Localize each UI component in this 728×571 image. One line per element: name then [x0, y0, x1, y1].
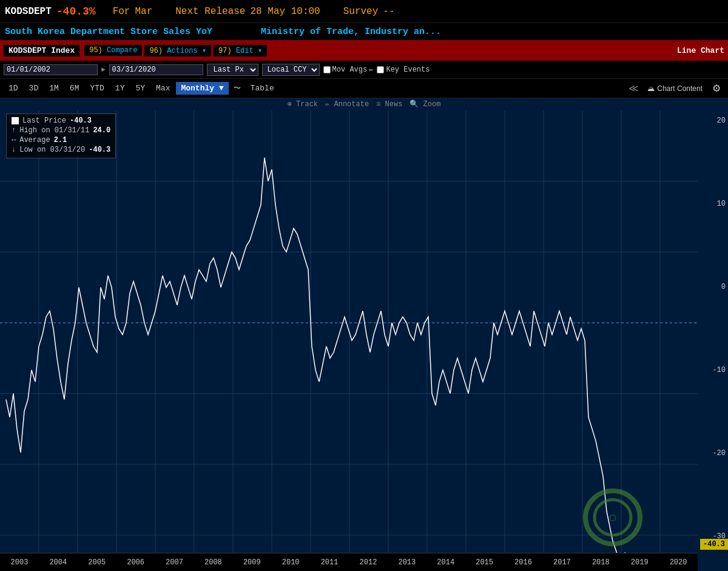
chart-svg: ◯: [0, 110, 698, 553]
legend-color-last-price: [12, 117, 19, 124]
zoom-button[interactable]: 🔍 Zoom: [410, 100, 440, 109]
x-label-2006: 2006: [116, 558, 155, 567]
x-label-2016: 2016: [504, 558, 543, 567]
key-events-label: Key Events: [386, 66, 430, 74]
ccy-select[interactable]: Local CCY: [262, 64, 320, 76]
next-release-value: 28 May 10:00: [250, 6, 320, 17]
x-label-2014: 2014: [426, 558, 465, 567]
legend-high: ↑ High on 01/31/11 24.0: [12, 126, 110, 135]
line-chart-icon[interactable]: 〜: [230, 82, 244, 95]
mov-avgs-input[interactable]: [323, 66, 331, 73]
x-label-2003: 2003: [0, 558, 39, 567]
legend-last-price-label: Last Price: [22, 117, 66, 125]
track-button[interactable]: ⊕ Track: [288, 100, 318, 109]
period-1m[interactable]: 1M: [44, 82, 64, 95]
legend-high-arrow: ↑: [12, 126, 16, 135]
period-5y[interactable]: 5Y: [130, 82, 150, 95]
survey-label: Survey: [343, 6, 379, 17]
for-label: For: [113, 6, 130, 17]
x-label-2018: 2018: [581, 558, 620, 567]
subtitle-right: Ministry of Trade, Industry an...: [261, 27, 441, 37]
y-label-20: 20: [698, 117, 728, 125]
x-label-2009: 2009: [232, 558, 271, 567]
compare-num: 95): [89, 46, 103, 55]
period-monthly[interactable]: Monthly ▼: [176, 82, 228, 95]
legend-avg-arrow: ↔: [12, 136, 16, 144]
app: KODSDEPT -40.3% For Mar Next Release 28 …: [0, 0, 728, 571]
gear-icon[interactable]: ⚙: [709, 81, 724, 95]
price-type-select[interactable]: Last Px: [207, 64, 258, 76]
x-label-2007: 2007: [155, 558, 194, 567]
legend-low: ↓ Low on 03/31/20 -40.3: [12, 146, 110, 154]
y-axis: 20 10 0 -10 -20 -30: [698, 110, 728, 553]
x-label-2012: 2012: [349, 558, 388, 567]
survey-value: --: [383, 6, 394, 17]
mountain-icon: ⛰: [647, 84, 655, 93]
next-release-label: Next Release: [175, 6, 245, 17]
period-1y[interactable]: 1Y: [110, 82, 130, 95]
subtitle-left: South Korea Department Store Sales YoY: [5, 27, 212, 37]
x-label-2008: 2008: [194, 558, 232, 567]
edit-label: Edit ▾: [236, 47, 262, 55]
news-button[interactable]: ≡ News: [376, 100, 402, 109]
index-badge: KODSDEPT Index: [4, 45, 79, 56]
x-label-2011: 2011: [310, 558, 349, 567]
start-date-input[interactable]: [4, 64, 98, 75]
header-row1: KODSDEPT -40.3% For Mar Next Release 28 …: [0, 0, 728, 23]
mov-avgs-checkbox[interactable]: Mov Avgs ✏: [323, 65, 374, 74]
toolbar-row: KODSDEPT Index 95) Compare 96) Actions ▾…: [0, 40, 728, 61]
y-label-0: 0: [698, 283, 728, 291]
chart-area: ◯ ⊕ Track ✏ Annotate ≡ News 🔍 Zoom Last …: [0, 98, 728, 571]
key-events-input[interactable]: [377, 66, 384, 73]
actions-num: 96): [149, 47, 163, 55]
x-label-2013: 2013: [388, 558, 426, 567]
edit-button[interactable]: 97) Edit ▾: [214, 45, 267, 56]
x-label-2020: 2020: [659, 558, 698, 567]
for-value: Mar: [135, 6, 152, 17]
date-arrow: ►: [101, 66, 106, 73]
legend-last-price-value: -40.3: [70, 117, 92, 125]
header-row2: South Korea Department Store Sales YoY M…: [0, 23, 728, 40]
x-label-2017: 2017: [542, 558, 581, 567]
x-label-2019: 2019: [620, 558, 659, 567]
chart-content-btn[interactable]: ⛰ Chart Content: [642, 83, 707, 94]
ticker-change: -40.3%: [56, 5, 96, 18]
period-row: 1D 3D 1M 6M YTD 1Y 5Y Max Monthly ▼ 〜 Ta…: [0, 79, 728, 98]
chart-content-label: Chart Content: [657, 84, 703, 93]
table-btn[interactable]: Table: [246, 82, 279, 95]
end-date-input[interactable]: [109, 64, 203, 75]
actions-label: Actions ▾: [167, 47, 206, 55]
x-label-2004: 2004: [39, 558, 78, 567]
legend-low-arrow: ↓: [12, 146, 16, 154]
compare-button[interactable]: 95) Compare: [84, 45, 142, 56]
x-axis: 2003 2004 2005 2006 2007 2008 2009 2010 …: [0, 553, 698, 571]
period-max[interactable]: Max: [151, 82, 175, 95]
legend-avg-value: 2.1: [54, 136, 67, 144]
legend-low-label: Low on 03/31/20: [19, 146, 85, 154]
period-6m[interactable]: 6M: [65, 82, 84, 95]
x-label-2015: 2015: [465, 558, 504, 567]
annotate-button[interactable]: ✏ Annotate: [325, 100, 369, 109]
legend-high-value: 24.0: [93, 126, 110, 135]
x-label-2005: 2005: [78, 558, 116, 567]
legend-avg: ↔ Average 2.1: [12, 136, 110, 144]
period-ytd[interactable]: YTD: [85, 82, 109, 95]
x-label-2010: 2010: [271, 558, 310, 567]
pencil-icon: ✏: [369, 65, 373, 74]
actions-button[interactable]: 96) Actions ▾: [144, 45, 211, 56]
y-label-n20: -20: [698, 449, 728, 458]
legend-box: Last Price -40.3 ↑ High on 01/31/11 24.0…: [6, 113, 116, 158]
chart-inner: ◯ ⊕ Track ✏ Annotate ≡ News 🔍 Zoom Last …: [0, 98, 728, 571]
ticker-label: KODSDEPT: [5, 6, 52, 17]
line-chart-label: Line Chart: [677, 46, 724, 55]
collapse-icon[interactable]: ≪: [626, 83, 641, 95]
period-3d[interactable]: 3D: [24, 82, 44, 95]
legend-avg-label: Average: [19, 136, 50, 144]
key-events-checkbox[interactable]: Key Events: [377, 66, 430, 74]
period-1d[interactable]: 1D: [4, 82, 23, 95]
chart-toolbar: ⊕ Track ✏ Annotate ≡ News 🔍 Zoom: [288, 100, 441, 109]
y-label-n10: -10: [698, 366, 728, 374]
legend-last-price: Last Price -40.3: [12, 117, 110, 125]
mov-avgs-label: Mov Avgs: [332, 66, 368, 74]
y-label-10: 10: [698, 200, 728, 208]
